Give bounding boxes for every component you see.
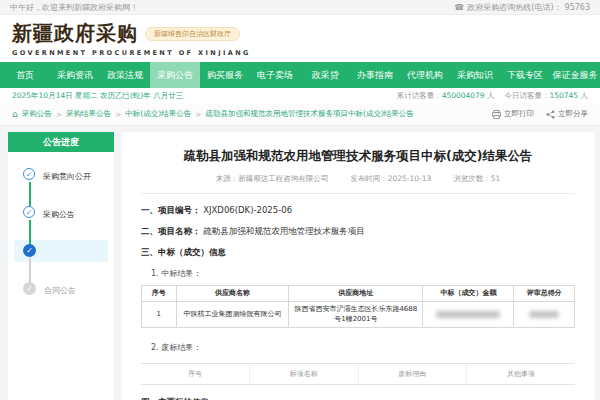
- col-header-amount: 中标（成交）金额: [423, 285, 514, 301]
- nav-item-guide[interactable]: 办事指南: [350, 62, 400, 88]
- table-header-row: 序号 供应商名称 供应商地址 中标（成交）金额 评审总得分: [142, 285, 575, 301]
- nav-item-e-mall[interactable]: 电子卖场: [250, 62, 300, 88]
- phone-icon: ☎: [454, 3, 464, 12]
- progress-panel-title: 公告进度: [8, 132, 114, 152]
- col-header-other: 其他事项: [467, 364, 576, 385]
- step-connector: [29, 182, 31, 208]
- section-project-number: 一、项目编号： XJXD06(DK)-2025-06: [141, 205, 575, 217]
- nav-item-news[interactable]: 采购资讯: [50, 62, 100, 88]
- site-logo[interactable]: 新疆政府采购 新疆维吾尔自治区财政厅 GOVERNMENT PROCUREMEN…: [12, 20, 251, 57]
- check-icon: ✓: [23, 244, 36, 257]
- total-visitors-label: 累计访客量：: [397, 91, 442, 100]
- check-icon: ✓: [23, 282, 36, 295]
- content-area: 公告进度 ✓ 采购意向公开 ✓ 采购公告 ✓ 结果公告 ✓ 合同公告: [0, 126, 600, 400]
- cell-score-redacted: [514, 302, 575, 328]
- nav-item-agencies[interactable]: 代理机构: [400, 62, 450, 88]
- col-header-no: 序号: [142, 285, 177, 301]
- today-visitors-label: 今日访客量：: [504, 91, 549, 100]
- nav-item-deposit-service[interactable]: 保证金服务: [550, 62, 600, 88]
- announcement-article: 疏勒县加强和规范农用地管理技术服务项目中标(成交)结果公告 来源：新疆顺达工程咨…: [121, 132, 595, 400]
- hotline-label: 政府采购咨询热线(电话)：: [467, 2, 561, 13]
- source-label: 来源：: [216, 174, 239, 183]
- check-icon: ✓: [23, 206, 35, 218]
- divider: [141, 193, 575, 194]
- col-header-address: 供应商地址: [289, 285, 423, 301]
- check-icon: ✓: [23, 168, 35, 180]
- table-header-row: 序号 标项名称 废标理由 其他事项: [141, 364, 575, 385]
- breadcrumb-current-page: 疏勒县加强和规范农用地管理技术服务项目中标(成交)结果公告: [205, 109, 413, 119]
- award-result-subheading: 1. 中标结果：: [151, 268, 575, 279]
- breadcrumb-separator: >: [56, 110, 62, 119]
- logo-subtitle: GOVERNMENT PROCUREMENT OF XINJIANG: [12, 49, 251, 57]
- top-utility-bar: 中午好，欢迎来到新疆政府采购网！ ☎ 政府采购咨询热线(电话)： 95763: [0, 0, 600, 15]
- info-bar: 2025年10月14日 星期二 农历乙巳(蛇)年 八月廿三 累计访客量：4500…: [0, 88, 600, 103]
- today-visitors-unit: 人: [581, 91, 589, 100]
- share-button[interactable]: 立即分享: [546, 109, 588, 119]
- cell-amount-redacted: [423, 302, 514, 328]
- award-result-table: 序号 供应商名称 供应商地址 中标（成交）金额 评审总得分 1 中陕核工业集团测…: [141, 285, 575, 328]
- table-row: 1 中陕核工业集团测绘院有限公司 陕西省西安市浐灞生态区长乐东路4688号1幢2…: [142, 302, 575, 328]
- site-header: 新疆政府采购 新疆维吾尔自治区财政厅 GOVERNMENT PROCUREMEN…: [0, 15, 600, 62]
- nav-item-policies[interactable]: 政策法规: [100, 62, 150, 88]
- print-label: 立即打印: [504, 109, 534, 119]
- print-button[interactable]: 立即打印: [492, 109, 534, 119]
- print-icon: [492, 110, 501, 119]
- views-value: 51: [491, 174, 501, 183]
- nav-item-knowledge[interactable]: 采购知识: [450, 62, 500, 88]
- progress-step-announcement[interactable]: ✓ 采购公告: [8, 206, 114, 244]
- nav-item-downloads[interactable]: 下载专区: [500, 62, 550, 88]
- redacted-amount: [436, 311, 500, 318]
- nav-item-purchase-services[interactable]: 购买服务: [200, 62, 250, 88]
- breadcrumb-result-announcements[interactable]: 采购结果公告: [66, 109, 111, 119]
- breadcrumb-announcements[interactable]: 采购公告: [22, 109, 52, 119]
- cell-address: 陕西省西安市浐灞生态区长乐东路4688号1幢2001号: [289, 302, 423, 328]
- total-visitors-value: 450004079: [442, 91, 485, 100]
- cell-supplier: 中陕核工业集团测绘院有限公司: [176, 302, 289, 328]
- breadcrumb-award-result[interactable]: 中标(成交)结果公告: [125, 109, 191, 119]
- total-visitors-unit: 人: [487, 91, 495, 100]
- home-icon[interactable]: ⌂: [12, 109, 18, 119]
- source-value: 新疆顺达工程咨询有限公司: [238, 174, 328, 183]
- rejected-result-table: 序号 标项名称 废标理由 其他事项: [141, 363, 575, 385]
- progress-step-result[interactable]: ✓ 结果公告: [8, 244, 114, 282]
- breadcrumb-separator: >: [115, 110, 121, 119]
- progress-step-contract[interactable]: ✓ 合同公告: [8, 282, 114, 320]
- col-header-supplier: 供应商名称: [176, 285, 289, 301]
- progress-step-intention[interactable]: ✓ 采购意向公开: [8, 168, 114, 206]
- col-header-reject-reason: 废标理由: [358, 364, 467, 385]
- logo-title: 新疆政府采购: [12, 20, 138, 47]
- project-number-label: 一、项目编号：: [141, 205, 201, 215]
- article-title: 疏勒县加强和规范农用地管理技术服务项目中标(成交)结果公告: [141, 148, 575, 165]
- publish-date-label: 发布时间：: [350, 174, 388, 183]
- greeting-text: 中午好，欢迎来到新疆政府采购网！: [10, 2, 138, 13]
- rejected-result-subheading: 2. 废标结果：: [151, 342, 575, 353]
- share-icon: [546, 110, 555, 119]
- nav-item-procurement-loan[interactable]: 政采贷: [300, 62, 350, 88]
- project-name-label: 二、项目名称：: [141, 226, 201, 236]
- col-header-score: 评审总得分: [514, 285, 575, 301]
- nav-item-home[interactable]: 首页: [0, 62, 50, 88]
- article-meta: 来源：新疆顺达工程咨询有限公司 发布时间：2025-10-13 浏览次数：51: [141, 174, 575, 184]
- main-nav: 首页 采购资讯 政策法规 采购公告 购买服务 电子卖场 政采贷 办事指南 代理机…: [0, 62, 600, 88]
- project-number-value: XJXD06(DK)-2025-06: [203, 205, 292, 215]
- step-connector: [29, 220, 31, 246]
- step-connector: [29, 258, 31, 284]
- breadcrumb: ⌂ 采购公告 > 采购结果公告 > 中标(成交)结果公告 > 疏勒县加强和规范农…: [0, 103, 600, 126]
- nav-item-announcements[interactable]: 采购公告: [150, 62, 200, 88]
- redacted-score: [529, 311, 559, 318]
- section-project-name: 二、项目名称： 疏勒县加强和规范农用地管理技术服务项目: [141, 226, 575, 238]
- hotline-number: 95763: [565, 3, 590, 12]
- today-visitors-value: 150745: [549, 91, 578, 100]
- project-name-value: 疏勒县加强和规范农用地管理技术服务项目: [203, 226, 365, 236]
- cell-no: 1: [142, 302, 177, 328]
- publish-date-value: 2025-10-13: [388, 174, 432, 183]
- award-info-heading: 三、中标（成交）信息: [141, 247, 226, 257]
- col-header-lot-name: 标项名称: [250, 364, 359, 385]
- views-label: 浏览次数：: [453, 174, 491, 183]
- announcement-progress-panel: 公告进度 ✓ 采购意向公开 ✓ 采购公告 ✓ 结果公告 ✓ 合同公告: [8, 132, 114, 400]
- section-award-info: 三、中标（成交）信息: [141, 247, 575, 259]
- col-header-no: 序号: [141, 364, 250, 385]
- share-label: 立即分享: [558, 109, 588, 119]
- breadcrumb-separator: >: [195, 110, 201, 119]
- current-date: 2025年10月14日 星期二 农历乙巳(蛇)年 八月廿三: [12, 91, 183, 101]
